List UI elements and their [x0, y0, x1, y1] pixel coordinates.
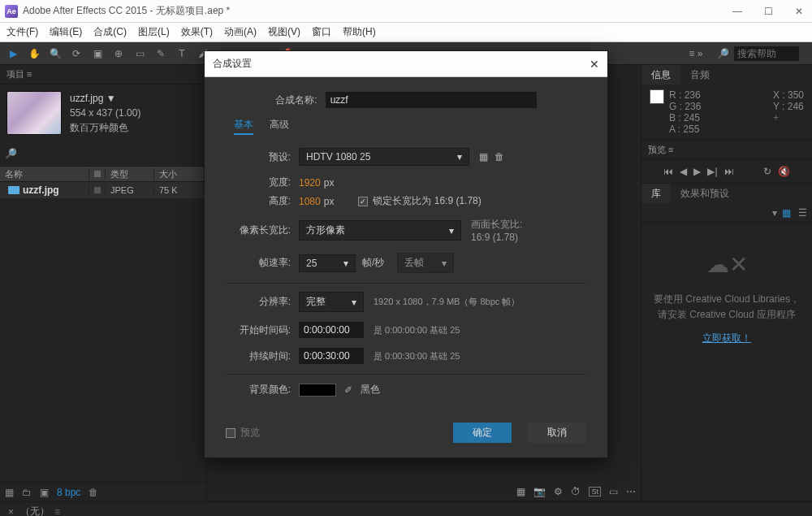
menu-window[interactable]: 窗口	[312, 25, 331, 39]
row-type: JPEG	[106, 185, 154, 195]
duration-input[interactable]	[299, 348, 364, 364]
folder-icon[interactable]: 🗀	[22, 487, 32, 498]
menu-effect[interactable]: 效果(T)	[181, 25, 213, 39]
next-frame-icon[interactable]: ▶|	[707, 166, 717, 177]
trash-icon[interactable]: 🗑	[89, 487, 98, 498]
par-dropdown[interactable]: 方形像素▾	[299, 220, 461, 241]
timeline-tab-label[interactable]: （无）	[20, 505, 50, 516]
tab-advanced[interactable]: 高级	[270, 118, 289, 135]
par-label: 像素长宽比:	[226, 223, 291, 237]
project-panel-header[interactable]: 项目 ≡	[0, 65, 206, 85]
rect-icon[interactable]: ▭	[609, 486, 618, 497]
selection-tool-icon[interactable]: ▶	[5, 46, 21, 62]
chevron-down-icon: ▾	[449, 225, 454, 236]
project-item-dims: 554 x 437 (1.00)	[70, 106, 140, 120]
pen-tool-icon[interactable]: ✎	[153, 46, 169, 62]
menu-help[interactable]: 帮助(H)	[343, 25, 376, 39]
prev-frame-icon[interactable]: ◀	[680, 166, 687, 177]
height-label: 高度:	[226, 194, 291, 208]
loop-icon[interactable]: ↻	[763, 166, 771, 177]
menu-file[interactable]: 文件(F)	[6, 25, 38, 39]
tab-info[interactable]: 信息	[641, 65, 680, 85]
search-help-input[interactable]	[734, 46, 799, 61]
last-frame-icon[interactable]: ⏭	[724, 166, 734, 177]
start-timecode-input[interactable]	[299, 322, 364, 338]
timecode-icon[interactable]: ⏱	[571, 486, 581, 497]
project-item-name[interactable]: uzzf.jpg ▼	[70, 93, 116, 104]
grid-view-icon[interactable]: ▦	[782, 207, 793, 219]
tab-library[interactable]: 库	[641, 184, 671, 203]
preset-save-icon[interactable]: ▦	[479, 151, 488, 163]
resolution-dropdown[interactable]: 完整▾	[299, 292, 364, 312]
width-value[interactable]: 1920	[299, 177, 321, 189]
camera-tool-icon[interactable]: ▣	[89, 46, 106, 62]
preview-checkbox[interactable]	[226, 428, 235, 438]
hand-tool-icon[interactable]: ✋	[26, 46, 42, 62]
snapshot-icon[interactable]: 📷	[533, 486, 546, 497]
lib-get-link[interactable]: 立即获取！	[702, 332, 751, 344]
tab-audio[interactable]: 音频	[680, 65, 719, 85]
first-frame-icon[interactable]: ⏮	[663, 166, 673, 177]
comp-name-input[interactable]	[326, 92, 537, 108]
preset-trash-icon[interactable]: 🗑	[495, 151, 504, 163]
chevron-down-icon: ▾	[352, 297, 356, 308]
lib-msg-1: 要使用 Creative Cloud Libraries，	[650, 292, 804, 307]
fps-dropdown[interactable]: 25▾	[299, 254, 356, 272]
ok-button[interactable]: 确定	[453, 423, 512, 443]
menu-edit[interactable]: 编辑(E)	[50, 25, 82, 39]
play-icon[interactable]: ▶	[693, 166, 701, 177]
workspace-menu-icon[interactable]: ≡ »	[688, 46, 704, 62]
window-titlebar: Ae Adobe After Effects CC 2015 - 无标题项目.a…	[0, 0, 812, 23]
col-size[interactable]: 大小	[154, 168, 206, 180]
interpret-icon[interactable]: ▦	[5, 487, 14, 498]
project-footer: ▦ 🗀 ▣ 8 bpc 🗑	[0, 482, 206, 501]
menu-animation[interactable]: 动画(A)	[224, 25, 257, 39]
rect-tool-icon[interactable]: ▭	[132, 46, 148, 62]
fps-unit: 帧/秒	[362, 256, 384, 270]
mute-icon[interactable]: 🔇	[778, 166, 790, 177]
menu-view[interactable]: 视图(V)	[268, 25, 300, 39]
anchor-tool-icon[interactable]: ⊕	[110, 46, 127, 62]
info-r: R : 236	[669, 89, 701, 101]
eyedropper-icon[interactable]: ✐	[344, 384, 352, 396]
rotate-tool-icon[interactable]: ⟳	[68, 46, 84, 62]
tab-effects[interactable]: 效果和预设	[671, 184, 739, 203]
search-icon: 🔎	[717, 48, 729, 59]
viewer-icon[interactable]: ▦	[516, 486, 525, 497]
text-tool-icon[interactable]: T	[174, 46, 190, 62]
more-icon[interactable]: ⋯	[626, 486, 636, 497]
menu-composition[interactable]: 合成(C)	[93, 25, 127, 39]
adjust-icon[interactable]: ⚙	[554, 486, 563, 497]
menu-layer[interactable]: 图层(L)	[138, 25, 170, 39]
zoom-tool-icon[interactable]: 🔍	[47, 46, 63, 62]
fps-label: 帧速率:	[226, 256, 291, 270]
comp-name-label: 合成名称:	[275, 93, 317, 107]
list-view-icon[interactable]: ☰	[798, 207, 807, 219]
new-comp-icon[interactable]: ▣	[40, 487, 49, 498]
timeline-tab-close-icon[interactable]: ×	[8, 506, 14, 517]
label-col-icon[interactable]	[94, 171, 101, 177]
minimize-button[interactable]: —	[729, 6, 745, 17]
cancel-button[interactable]: 取消	[528, 423, 586, 443]
height-value[interactable]: 1080	[299, 196, 321, 207]
lock-aspect-label: 锁定长宽比为 16:9 (1.78)	[373, 194, 481, 208]
lock-aspect-checkbox[interactable]	[358, 197, 368, 206]
maximize-button[interactable]: ☐	[760, 6, 776, 17]
project-list-row[interactable]: uzzf.jpg JPEG 75 K	[0, 182, 206, 198]
bg-color-swatch[interactable]	[299, 384, 336, 397]
tab-basic[interactable]: 基本	[234, 118, 253, 135]
preset-dropdown[interactable]: HDTV 1080 25▾	[299, 148, 469, 166]
drop-value: 丢帧	[404, 256, 424, 270]
bpc-toggle[interactable]: 8 bpc	[57, 487, 80, 498]
dialog-close-icon[interactable]: ✕	[590, 58, 599, 71]
row-label-icon[interactable]	[94, 187, 101, 193]
close-button[interactable]: ✕	[791, 6, 807, 17]
st-icon[interactable]: St	[589, 487, 601, 496]
lib-dropdown-icon[interactable]: ▾	[772, 207, 777, 219]
preview-panel-header[interactable]: 预览 ≡	[641, 141, 812, 160]
col-name[interactable]: 名称	[0, 168, 89, 180]
col-type[interactable]: 类型	[106, 168, 154, 180]
dropframe-dropdown[interactable]: 丢帧▾	[397, 253, 454, 273]
search-icon: 🔎	[5, 148, 17, 159]
cloud-off-icon: ☁✕	[650, 247, 804, 284]
